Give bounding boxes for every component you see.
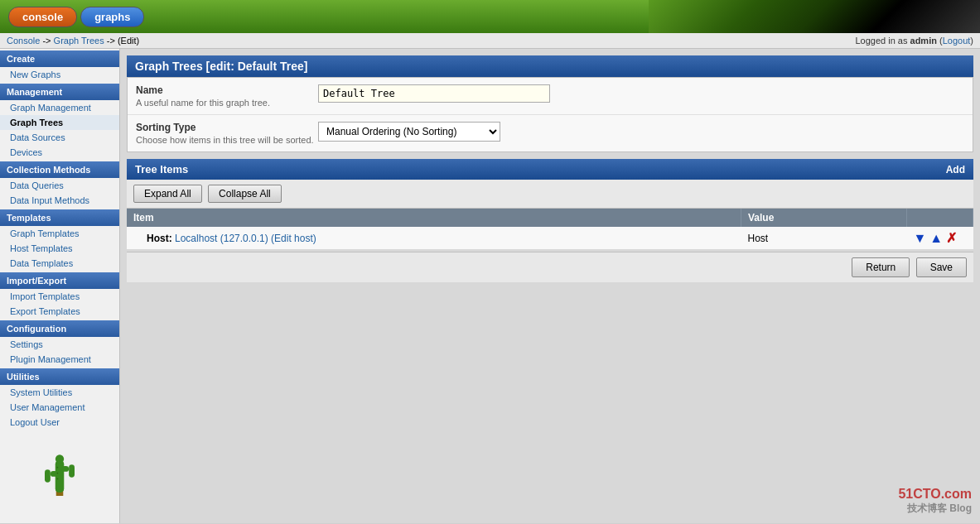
sidebar-item-host-templates[interactable]: Host Templates [0, 241, 119, 256]
cactus-icon [39, 446, 80, 496]
sidebar-import-export-header: Import/Export [0, 272, 119, 289]
table-row: Host: Localhost (127.0.0.1) (Edit host) … [127, 227, 973, 250]
login-info: Logged in as admin (Logout) [855, 36, 973, 46]
sidebar: Create New Graphs Management Graph Manag… [0, 49, 120, 523]
main-layout: Create New Graphs Management Graph Manag… [0, 49, 980, 523]
breadcrumb: Console -> Graph Trees -> (Edit) Logged … [0, 33, 980, 49]
header: console graphs [0, 0, 980, 33]
sidebar-configuration-header: Configuration [0, 320, 119, 337]
sidebar-item-import-templates[interactable]: Import Templates [0, 289, 119, 304]
svg-point-8 [57, 467, 59, 469]
sidebar-item-devices[interactable]: Devices [0, 145, 119, 160]
bottom-btn-row: Return Save [127, 252, 973, 282]
svg-rect-3 [62, 466, 70, 472]
sorting-type-desc: Choose how items in this tree will be so… [136, 135, 318, 145]
content-area: Graph Trees [edit: Default Tree] Name A … [120, 49, 980, 523]
tree-btn-row: Expand All Collapse All [127, 180, 973, 209]
watermark-blog: 技术博客 Blog [898, 502, 972, 516]
sidebar-item-data-sources[interactable]: Data Sources [0, 130, 119, 145]
sidebar-item-graph-templates[interactable]: Graph Templates [0, 226, 119, 241]
sidebar-collection-methods-header: Collection Methods [0, 161, 119, 178]
logout-link[interactable]: Logout [943, 36, 971, 46]
watermark-site: 51CTO.com [898, 487, 972, 502]
sidebar-item-logout-user[interactable]: Logout User [0, 415, 119, 430]
svg-rect-2 [56, 460, 64, 493]
svg-point-9 [57, 473, 59, 474]
tree-items-header: Tree Items Add [127, 159, 973, 180]
collapse-all-button[interactable]: Collapse All [208, 185, 282, 203]
svg-point-10 [57, 478, 59, 480]
tree-table: Item Value Host: Localhost (127.0.0.1) (… [127, 209, 973, 250]
form-area: Name A useful name for this graph tree. … [127, 77, 973, 152]
login-prefix: Logged in as [855, 36, 907, 46]
col-value-header: Value [741, 209, 907, 227]
breadcrumb-console-link[interactable]: Console [7, 36, 40, 46]
actions-cell: ▼ ▲ ✗ [907, 227, 973, 250]
breadcrumb-sep2: -> [107, 36, 118, 46]
page-title: Graph Trees [edit: Default Tree] [127, 55, 973, 77]
edit-host-link[interactable]: (Edit host) [271, 233, 316, 244]
breadcrumb-current: (Edit) [118, 36, 139, 46]
svg-rect-5 [51, 471, 58, 477]
name-input[interactable] [318, 84, 550, 103]
graphs-button[interactable]: graphs [80, 7, 144, 27]
sidebar-item-plugin-management[interactable]: Plugin Management [0, 352, 119, 367]
expand-all-button[interactable]: Expand All [133, 185, 202, 203]
svg-point-7 [56, 454, 64, 463]
sidebar-management-header: Management [0, 84, 119, 100]
name-form-row: Name A useful name for this graph tree. [128, 78, 973, 115]
sorting-type-form-row: Sorting Type Choose how items in this tr… [128, 115, 973, 151]
host-label: Host: [147, 233, 172, 244]
move-down-icon[interactable]: ▼ [914, 231, 927, 246]
header-graphic [649, 0, 980, 33]
sidebar-item-user-management[interactable]: User Management [0, 400, 119, 415]
col-item-header: Item [127, 209, 741, 227]
sidebar-item-data-templates[interactable]: Data Templates [0, 256, 119, 271]
sidebar-item-new-graphs[interactable]: New Graphs [0, 67, 119, 82]
svg-rect-6 [45, 469, 51, 482]
sorting-type-label: Sorting Type [136, 122, 318, 133]
name-desc: A useful name for this graph tree. [136, 98, 318, 108]
sidebar-item-data-input-methods[interactable]: Data Input Methods [0, 193, 119, 208]
return-button[interactable]: Return [852, 257, 910, 277]
name-label: Name [136, 84, 318, 96]
sidebar-utilities-header: Utilities [0, 368, 119, 385]
watermark: 51CTO.com 技术博客 Blog [898, 487, 972, 516]
col-actions-header [907, 209, 973, 227]
sorting-type-select[interactable]: Manual Ordering (No Sorting) [318, 122, 500, 142]
tree-items-title: Tree Items [135, 163, 188, 175]
sidebar-item-graph-trees[interactable]: Graph Trees [0, 115, 119, 130]
breadcrumb-graph-trees-link[interactable]: Graph Trees [54, 36, 104, 46]
svg-rect-4 [69, 464, 75, 477]
login-user: admin [910, 36, 937, 46]
add-link[interactable]: Add [946, 164, 965, 175]
console-button[interactable]: console [8, 7, 77, 27]
sidebar-templates-header: Templates [0, 209, 119, 226]
value-cell: Host [741, 227, 907, 250]
move-up-icon[interactable]: ▲ [929, 231, 943, 246]
sidebar-item-system-utilities[interactable]: System Utilities [0, 385, 119, 400]
host-name-link[interactable]: Localhost (127.0.0.1) [175, 233, 268, 244]
item-cell: Host: Localhost (127.0.0.1) (Edit host) [127, 227, 741, 250]
sidebar-item-graph-management[interactable]: Graph Management [0, 100, 119, 115]
sidebar-item-data-queries[interactable]: Data Queries [0, 178, 119, 193]
save-button[interactable]: Save [916, 257, 967, 277]
sidebar-logo [0, 438, 119, 504]
tree-items-section: Tree Items Add Expand All Collapse All I… [127, 159, 973, 282]
sidebar-create-header: Create [0, 50, 119, 67]
delete-icon[interactable]: ✗ [946, 230, 957, 246]
breadcrumb-sep1: -> [42, 36, 53, 46]
sidebar-item-export-templates[interactable]: Export Templates [0, 304, 119, 319]
sidebar-item-settings[interactable]: Settings [0, 337, 119, 352]
